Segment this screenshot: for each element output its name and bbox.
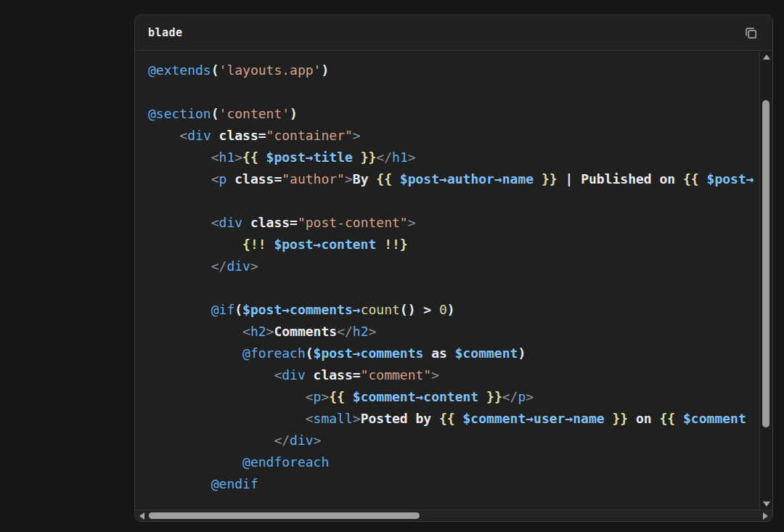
code-line: <h2>Comments</h2> [148,321,759,343]
code-card: blade @extends('layouts.app')@section('c… [134,15,773,522]
code-viewport[interactable]: @extends('layouts.app')@section('content… [135,52,759,511]
code-line: {!! $post→content !!} [148,234,759,255]
code-line: <div class="post-content"> [148,212,759,234]
page-background: { "card": { "language_label": "blade", "… [0,0,784,532]
code-line: <small>Posted by {{ $comment→user→name }… [148,408,759,430]
vertical-scrollbar-thumb[interactable] [762,100,769,427]
horizontal-scrollbar[interactable] [135,510,772,521]
scroll-left-arrow-icon[interactable] [139,512,144,520]
code-line: @if($post→comments→count() > 0) [148,299,759,321]
language-label: blade [148,26,183,39]
code-line: @section('content') [148,103,759,125]
code-line: <p>{{ $comment→content }}</p> [148,386,759,408]
scroll-down-arrow-icon[interactable] [763,502,770,507]
code-line: @endif [148,473,759,495]
scroll-right-arrow-icon[interactable] [763,512,768,520]
code-line: <h1>{{ $post→title }}</h1> [148,147,759,168]
code-line [148,190,759,212]
code-line: @endforeach [148,451,759,473]
code-line: <div class="comment"> [148,364,759,386]
code-line [148,277,759,299]
code-line: <div class="container"> [148,125,759,147]
scroll-up-arrow-icon[interactable] [763,54,770,60]
code-line: @extends('layouts.app') [148,60,759,81]
copy-icon [744,31,758,42]
code-line: </div> [148,430,759,451]
code-card-header: blade [135,15,772,51]
code-line: <p class="author">By {{ $post→author→nam… [148,168,759,190]
code-line: </div> [148,255,759,277]
vertical-scrollbar[interactable] [759,52,772,511]
code-line: @foreach($post→comments as $comment) [148,343,759,364]
horizontal-scrollbar-thumb[interactable] [149,512,420,519]
copy-button[interactable] [743,25,759,41]
code-line [148,81,759,103]
